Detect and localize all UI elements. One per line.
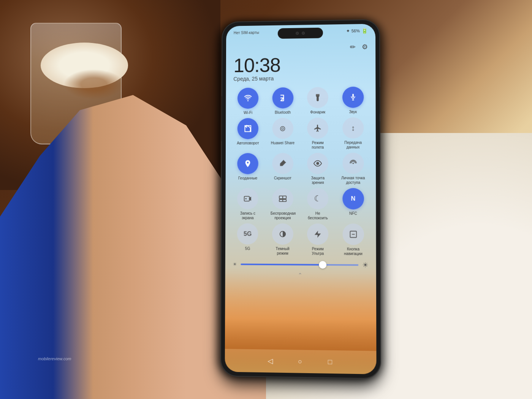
toggle-circle-autorotate [238,118,258,139]
toggle-label-airplane: Режим полета [306,141,330,150]
time-text: 10:38 [233,54,369,75]
svg-rect-13 [279,200,283,201]
toggle-circle-eye-protection [307,153,328,174]
phone-body: Нет SIM-карты ✦ 56% 🔋 ✏ ⚙ 10:38 [220,19,381,379]
svg-rect-8 [244,196,250,201]
toggle-sound[interactable]: Звук [336,87,369,114]
swipe-indicator: ⌃ [231,271,370,279]
toggle-label-autorotate: Автоповорот [237,141,259,146]
toggle-nav-button[interactable]: Кнопка навигации [337,223,370,256]
phone-wrapper: Нет SIM-карты ✦ 56% 🔋 ✏ ⚙ 10:38 [220,19,381,379]
coffee-foam [41,43,128,88]
toggle-grid: Wi-Fi Bluetooth Фонарик Звук Автоповорот… [231,87,370,256]
toggle-wireless-proj[interactable]: Беспроводная проекция [266,188,299,220]
recents-button[interactable]: □ [325,356,335,367]
edit-icon[interactable]: ✏ [350,43,356,51]
screen-bottom-gradient [225,272,377,351]
toggle-circle-data-transfer: ↕ [342,117,364,139]
brightness-track-bg [323,264,358,266]
toggle-bluetooth[interactable]: Bluetooth [266,87,299,115]
toggle-label-nfc: NFC [349,211,357,216]
brightness-min-icon: ☀ [233,261,237,267]
toggle-circle-dark-mode [272,223,293,245]
battery-percent: 56% [352,28,360,33]
status-right: ✦ 56% 🔋 [346,28,368,34]
svg-point-0 [247,100,249,101]
toggle-circle-screenshot [272,153,293,174]
toggle-label-bluetooth: Bluetooth [275,110,291,115]
toggle-label-eye-protection: Защита зрения [306,176,330,185]
toggle-label-sound: Звук [349,110,357,114]
phone-screen: Нет SIM-карты ✦ 56% 🔋 ✏ ⚙ 10:38 [225,24,377,374]
svg-rect-14 [283,200,286,201]
toggle-label-hotspot: Личная точка доступа [341,176,366,185]
toggle-dnd[interactable]: ☾Не беспокоить [301,188,334,220]
toggle-flashlight[interactable]: Фонарик [301,87,334,115]
toggle-circle-flashlight [307,87,328,108]
toggle-label-data-transfer: Передача данных [341,141,365,150]
toggle-circle-sound [342,87,364,108]
brightness-max-icon: ☀ [362,261,368,269]
brightness-row: ☀ ☀ [231,260,370,269]
svg-rect-11 [279,196,283,199]
settings-icon[interactable]: ⚙ [362,43,368,51]
toggle-eye-protection[interactable]: Защита зрения [301,153,334,185]
toggle-circle-ultra-mode [307,223,328,245]
camera-notch [278,28,323,39]
toggle-label-nav-button: Кнопка навигации [341,247,366,256]
toggle-label-ultra-mode: Режим Ультра [306,247,330,256]
toggle-label-huawei-share: Huawei Share [271,141,294,145]
toggle-nfc[interactable]: NNFC [337,188,370,221]
toggle-hotspot[interactable]: Личная точка доступа [337,153,370,185]
toggle-geodata[interactable]: Геоданные [231,153,264,185]
toggle-circle-nav-button [342,223,364,245]
coffee-art [63,69,124,100]
toggle-circle-bluetooth [272,87,293,109]
camera-dot-left [296,32,299,35]
home-button[interactable]: ○ [295,356,306,367]
toggle-data-transfer[interactable]: ↕Передача данных [337,117,370,149]
brightness-thumb[interactable] [319,261,326,269]
toggle-ultra-mode[interactable]: Режим Ультра [301,223,334,256]
toggle-label-flashlight: Фонарик [310,110,325,114]
time-display: 10:38 Среда, 25 марта [232,54,369,82]
status-left: Нет SIM-карты [234,30,259,35]
quick-settings-panel: ✏ ⚙ 10:38 Среда, 25 марта Wi-Fi Bluetoot… [225,39,376,282]
brightness-track[interactable] [241,264,358,266]
toggle-screen-record[interactable]: Запись с экрана [231,188,264,220]
toggle-label-dark-mode: Темный режим [271,247,295,256]
nav-bar: ◁ ○ □ [225,349,377,374]
toggle-label-5g: 5G [245,247,250,251]
toggle-autorotate[interactable]: Автоповорот [232,118,264,150]
toggle-huawei-share[interactable]: ⊚Huawei Share [266,118,299,150]
toggle-circle-airplane [307,117,328,139]
svg-point-10 [245,198,247,200]
toggle-circle-5g: 5G [237,223,258,245]
toggle-label-screen-record: Запись с экрана [236,211,260,220]
toggle-airplane[interactable]: Режим полета [301,117,334,150]
toggle-label-screenshot: Скриншот [274,176,291,180]
toggle-dark-mode[interactable]: Темный режим [266,223,299,256]
battery-icon: 🔋 [361,28,368,34]
back-button[interactable]: ◁ [265,356,276,367]
toggle-circle-geodata [238,153,259,174]
svg-rect-12 [283,196,286,199]
toggle-label-wireless-proj: Беспроводная проекция [271,211,295,220]
date-text: Среда, 25 марта [233,74,369,82]
toggle-label-dnd: Не беспокоить [306,211,330,220]
toggle-wifi[interactable]: Wi-Fi [232,87,264,115]
toggle-circle-wifi [238,88,258,109]
top-actions: ✏ ⚙ [232,43,369,53]
toggle-screenshot[interactable]: Скриншот [266,153,299,185]
toggle-circle-screen-record [237,188,258,209]
svg-point-7 [352,163,354,164]
toggle-5g[interactable]: 5G5G [231,223,264,256]
svg-point-6 [317,162,319,165]
toggle-circle-huawei-share: ⊚ [272,118,293,139]
toggle-circle-hotspot [342,153,364,174]
camera-dot-right [302,32,305,35]
toggle-circle-wireless-proj [272,188,293,209]
toggle-circle-nfc: N [342,188,364,209]
toggle-label-wifi: Wi-Fi [244,111,252,115]
toggle-label-geodata: Геоданные [238,176,257,180]
